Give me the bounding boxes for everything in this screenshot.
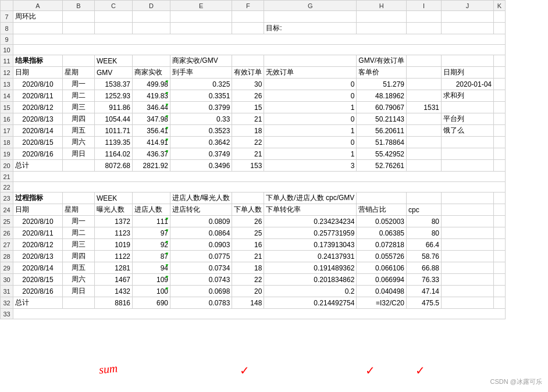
cell-24-B: 星期	[63, 204, 95, 216]
cell-32-D: 690	[133, 297, 170, 309]
cell-16-E: 0.33	[170, 113, 232, 125]
cell-26-A: 2020/8/11	[13, 227, 63, 239]
row-num-32: 32	[1, 297, 13, 309]
cell-25-H: 0.052003	[357, 216, 407, 227]
cell-30-K	[494, 274, 506, 286]
corner-header	[1, 1, 13, 11]
cell-24-C: 曝光人数	[95, 204, 133, 216]
cell-11-D	[133, 55, 170, 67]
cell-32-E: 0.0783	[170, 297, 232, 309]
cell-30-D: 109 ▼	[133, 274, 170, 286]
row-12: 12 日期 星期 GMV 商家实收 到手率 有效订单 无效订单 客单价 日期列	[1, 67, 506, 79]
triangle-19-D: ▼	[165, 149, 169, 154]
cell-12-A: 日期	[13, 67, 63, 79]
cell-17-I	[407, 125, 442, 137]
row-9: 9	[1, 34, 506, 45]
cell-19-C: 1164.02	[95, 148, 133, 160]
row-16: 16 2020/8/13 周四 1054.44 347.98 ▼ 0.33 21…	[1, 113, 506, 125]
cell-29-J	[442, 262, 494, 274]
cell-7-A: 周环比	[13, 11, 63, 23]
cell-19-G: 1	[264, 148, 357, 160]
cell-9	[13, 34, 506, 45]
cell-23-E: 进店人数/曝光人数	[170, 193, 232, 204]
cell-31-K	[494, 286, 506, 297]
cell-27-C: 1019	[95, 239, 133, 251]
cell-24-H: 营销占比	[357, 204, 407, 216]
cell-23-G: 下单人数/进店人数 cpc/GMV	[264, 193, 357, 204]
cell-20-E: 0.3496	[170, 160, 232, 172]
cell-25-B: 周一	[63, 216, 95, 227]
cell-11-J	[442, 55, 494, 67]
cell-29-E: 0.0734	[170, 262, 232, 274]
cell-19-A: 2020/8/16	[13, 148, 63, 160]
cell-24-K	[494, 204, 506, 216]
cell-20-K	[494, 160, 506, 172]
cell-25-A: 2020/8/10	[13, 216, 63, 227]
cell-13-C: 1538.37	[95, 79, 133, 90]
cell-32-C: 8816	[95, 297, 133, 309]
triangle-26-D: ▼	[165, 228, 169, 233]
cell-7-F	[232, 11, 264, 23]
cell-24-E: 进店转化	[170, 204, 232, 216]
triangle-29-D: ▼	[165, 263, 169, 268]
row-13: 13 2020/8/10 周一 1538.37 499.98 ▼ 0.325 3…	[1, 79, 506, 90]
col-I: I	[407, 1, 442, 11]
cell-31-I: 47.14	[407, 286, 442, 297]
cell-16-G: 0	[264, 113, 357, 125]
cell-23-F	[232, 193, 264, 204]
cell-26-J	[442, 227, 494, 239]
row-11: 11 结果指标 WEEK 商家实收/GMV GMV/有效订单	[1, 55, 506, 67]
cell-28-F: 21	[232, 251, 264, 262]
cell-12-C: GMV	[95, 67, 133, 79]
sum-annotation: sum	[98, 362, 118, 377]
cell-25-J	[442, 216, 494, 227]
cell-16-A: 2020/8/13	[13, 113, 63, 125]
cell-30-A: 2020/8/15	[13, 274, 63, 286]
row-num-13: 13	[1, 79, 13, 90]
row-26: 26 2020/8/11 周二 1123 97 ▼ 0.0864 25 0.25…	[1, 227, 506, 239]
cell-30-E: 0.0743	[170, 274, 232, 286]
cell-19-J	[442, 148, 494, 160]
cell-17-H: 56.20611	[357, 125, 407, 137]
cell-11-I	[407, 55, 442, 67]
cell-8-G: 目标:	[264, 23, 357, 34]
cell-24-D: 进店人数	[133, 204, 170, 216]
cell-30-H: 0.066994	[357, 274, 407, 286]
row-17: 17 2020/8/14 周五 1011.71 356.41 ▼ 0.3523 …	[1, 125, 506, 137]
col-A: A	[13, 1, 63, 11]
row-32: 32 总计 8816 690 0.0783 148 0.214492754 =I…	[1, 297, 506, 309]
cell-16-B: 周四	[63, 113, 95, 125]
triangle-28-D: ▼	[165, 251, 169, 256]
cell-15-C: 911.86	[95, 102, 133, 113]
cell-8-F	[232, 23, 264, 34]
check2-annotation: ✓	[365, 364, 375, 377]
triangle-14-D: ▼	[165, 91, 169, 96]
cell-13-K	[494, 79, 506, 90]
cell-19-H: 55.42952	[357, 148, 407, 160]
cell-13-D: 499.98 ▼	[133, 79, 170, 90]
cell-26-C: 1123	[95, 227, 133, 239]
cell-17-J: 饿了么	[442, 125, 494, 137]
cell-20-B	[63, 160, 95, 172]
cell-25-D: 111 ▼	[133, 216, 170, 227]
col-header-row: A B C D E F G H I J K	[1, 1, 506, 11]
cell-18-J	[442, 137, 494, 148]
cell-32-H: =I32/C20	[357, 297, 407, 309]
col-G: G	[264, 1, 357, 11]
row-num-26: 26	[1, 227, 13, 239]
cell-32-A: 总计	[13, 297, 63, 309]
cell-26-D: 97 ▼	[133, 227, 170, 239]
row-num-27: 27	[1, 239, 13, 251]
row-7: 7 周环比	[1, 11, 506, 23]
cell-31-C: 1432	[95, 286, 133, 297]
row-num-17: 17	[1, 125, 13, 137]
triangle-31-D: ▼	[165, 286, 169, 291]
cell-19-D: 436.37 ▼	[133, 148, 170, 160]
col-D: D	[133, 1, 170, 11]
cell-25-G: 0.234234234	[264, 216, 357, 227]
cell-29-C: 1281	[95, 262, 133, 274]
cell-7-K	[494, 11, 506, 23]
row-23: 23 过程指标 WEEK 进店人数/曝光人数 下单人数/进店人数 cpc/GMV	[1, 193, 506, 204]
cell-13-G: 0	[264, 79, 357, 90]
cell-27-G: 0.173913043	[264, 239, 357, 251]
